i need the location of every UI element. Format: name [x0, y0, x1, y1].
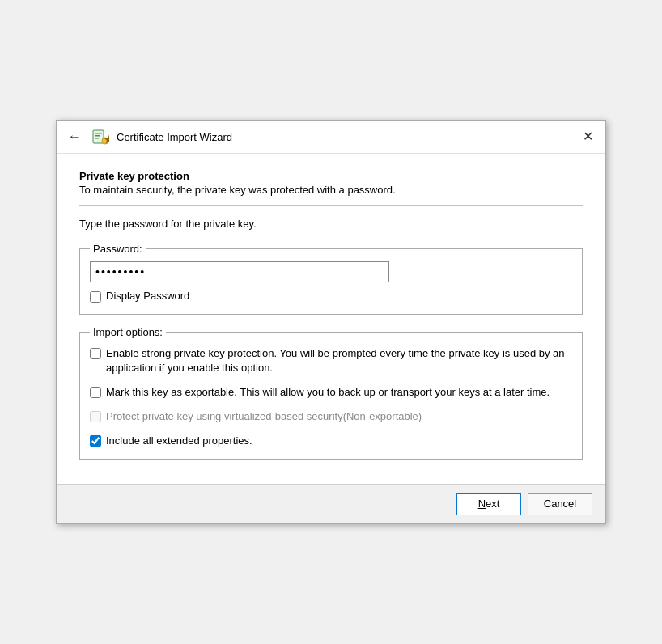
svg-rect-2: [95, 135, 100, 137]
import-option-4-label[interactable]: Include all extended properties.: [106, 434, 252, 448]
import-option-3: Protect private key using virtualized-ba…: [90, 409, 572, 424]
import-option-1-checkbox[interactable]: [90, 348, 101, 359]
svg-rect-3: [95, 138, 99, 139]
import-options-legend: Import options:: [90, 326, 166, 338]
title-bar-left: ← ★ Certificate Import Wizard: [65, 127, 232, 146]
instruction-text: Type the password for the private key.: [79, 218, 583, 230]
certificate-import-wizard-dialog: ← ★ Certificate Import Wizard ✕ Private …: [56, 120, 606, 523]
cancel-button[interactable]: Cancel: [528, 493, 592, 515]
import-options-section: Import options: Enable strong private ke…: [79, 326, 583, 460]
import-option-1: Enable strong private key protection. Yo…: [90, 346, 572, 375]
password-input[interactable]: [90, 261, 389, 282]
svg-rect-1: [95, 133, 102, 134]
divider: [79, 205, 583, 206]
import-option-2-checkbox[interactable]: [90, 387, 101, 398]
import-option-1-label[interactable]: Enable strong private key protection. Yo…: [106, 346, 572, 375]
import-option-2-label[interactable]: Mark this key as exportable. This will a…: [106, 385, 550, 400]
next-button[interactable]: Next: [456, 493, 521, 515]
dialog-title: Certificate Import Wizard: [117, 131, 232, 143]
section-header: Private key protection To maintain secur…: [79, 170, 583, 196]
import-option-3-label: Protect private key using virtualized-ba…: [106, 409, 422, 424]
wizard-icon: ★: [91, 127, 110, 146]
title-bar: ← ★ Certificate Import Wizard ✕: [57, 121, 605, 154]
display-password-label[interactable]: Display Password: [106, 289, 189, 303]
display-password-checkbox[interactable]: [90, 291, 101, 303]
section-description: To maintain security, the private key wa…: [79, 184, 583, 196]
import-option-2: Mark this key as exportable. This will a…: [90, 385, 572, 400]
dialog-footer: Next Cancel: [57, 484, 605, 523]
next-button-label: Next: [478, 498, 500, 510]
dialog-content: Private key protection To maintain secur…: [57, 154, 605, 483]
section-title: Private key protection: [79, 170, 583, 182]
display-password-row: Display Password: [90, 289, 572, 303]
close-button[interactable]: ✕: [578, 127, 597, 146]
import-option-4-checkbox[interactable]: [90, 435, 101, 447]
import-option-3-checkbox: [90, 411, 101, 422]
svg-text:★: ★: [104, 133, 109, 146]
import-option-4: Include all extended properties.: [90, 434, 572, 448]
password-legend: Password:: [90, 243, 146, 255]
password-section: Password: Display Password: [79, 243, 583, 314]
back-button[interactable]: ←: [65, 130, 84, 143]
